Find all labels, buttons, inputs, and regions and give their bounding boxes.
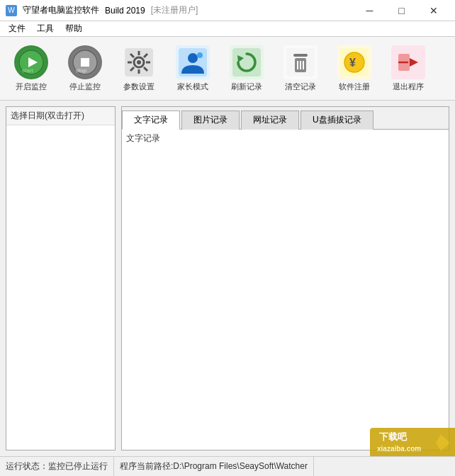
maximize-button[interactable]: □ (386, 0, 417, 21)
tab-usb-record[interactable]: U盘插拔记录 (300, 110, 373, 130)
tab-content-area: 文字记录 (122, 130, 449, 450)
text-record-content[interactable] (126, 147, 444, 448)
status-bar: 运行状态：监控已停止运行 程序当前路径:D:\Program Files\Sea… (0, 456, 455, 476)
stop-monitor-label: 停止监控 (69, 82, 101, 91)
title-bar-left: W 守望者电脑监控软件 Build 2019 [未注册用户] (6, 4, 198, 16)
user-status: [未注册用户] (151, 4, 198, 16)
svg-text:xiazaiba.com: xiazaiba.com (377, 445, 421, 453)
svg-text:stop: stop (76, 67, 87, 74)
clear-label: 清空记录 (285, 82, 316, 91)
svg-text:start: start (22, 67, 33, 74)
svg-text:¥: ¥ (349, 57, 356, 69)
tabs-bar: 文字记录 图片记录 网址记录 U盘插拔记录 (122, 107, 449, 130)
menu-help[interactable]: 帮助 (60, 21, 88, 36)
close-button[interactable]: ✕ (417, 0, 449, 21)
exit-button[interactable]: 退出程序 (383, 40, 434, 97)
clear-button[interactable]: 清空记录 (275, 40, 326, 97)
tab-image-record[interactable]: 图片记录 (181, 110, 240, 130)
parent-mode-label: 家长模式 (177, 82, 208, 91)
refresh-icon (230, 45, 264, 79)
settings-button[interactable]: 参数设置 (113, 40, 164, 97)
app-icon: W (6, 5, 17, 16)
main-content: 选择日期(双击打开) 文字记录 图片记录 网址记录 U盘插拔记录 文字记录 (0, 101, 455, 456)
run-status: 运行状态：监控已停止运行 (6, 457, 114, 476)
build-version: Build 2019 (105, 6, 145, 16)
svg-point-8 (137, 60, 141, 64)
app-name: 守望者电脑监控软件 (23, 4, 99, 16)
svg-rect-4 (81, 58, 89, 67)
record-panel: 文字记录 图片记录 网址记录 U盘插拔记录 文字记录 (121, 106, 449, 450)
clear-icon (283, 45, 318, 79)
date-list-panel: 选择日期(双击打开) (6, 106, 116, 450)
date-list-header: 选择日期(双击打开) (6, 107, 115, 125)
stop-monitor-button[interactable]: stop 停止监控 (60, 40, 111, 97)
watermark: 下载吧 xiazaiba.com (370, 428, 455, 456)
title-bar-controls: ─ □ ✕ (354, 0, 449, 21)
refresh-button[interactable]: 刷新记录 (221, 40, 272, 97)
svg-point-19 (197, 52, 203, 58)
stop-monitor-icon: stop (68, 45, 102, 79)
date-list-body[interactable] (6, 125, 115, 450)
settings-icon (122, 45, 156, 79)
svg-point-18 (188, 53, 198, 63)
menu-file[interactable]: 文件 (3, 21, 31, 36)
svg-rect-20 (232, 48, 261, 76)
refresh-label: 刷新记录 (231, 82, 262, 91)
current-path: 程序当前路径:D:\Program Files\SeaySoft\Watcher (114, 457, 314, 476)
parent-mode-icon (176, 45, 210, 79)
settings-label: 参数设置 (123, 82, 155, 91)
start-monitor-icon: start (14, 45, 48, 79)
exit-icon (391, 45, 425, 79)
register-label: 软件注册 (339, 82, 370, 91)
tab-content-title: 文字记录 (126, 132, 444, 144)
svg-rect-23 (293, 54, 308, 57)
app-icon-label: W (8, 6, 14, 14)
start-monitor-button[interactable]: start 开启监控 (6, 40, 57, 97)
svg-text:下载吧: 下载吧 (379, 431, 408, 442)
register-button[interactable]: ¥ 软件注册 (329, 40, 380, 97)
exit-label: 退出程序 (393, 82, 424, 91)
minimize-button[interactable]: ─ (354, 0, 386, 21)
tab-web-record[interactable]: 网址记录 (241, 110, 299, 130)
menu-bar: 文件 工具 帮助 (0, 21, 455, 37)
parent-mode-button[interactable]: 家长模式 (167, 40, 218, 97)
title-bar: W 守望者电脑监控软件 Build 2019 [未注册用户] ─ □ ✕ (0, 0, 455, 21)
tab-text-record[interactable]: 文字记录 (122, 110, 180, 130)
menu-tools[interactable]: 工具 (31, 21, 60, 36)
start-monitor-label: 开启监控 (16, 82, 47, 91)
register-icon: ¥ (337, 45, 371, 79)
toolbar: start 开启监控 stop 停止监控 (0, 37, 455, 101)
